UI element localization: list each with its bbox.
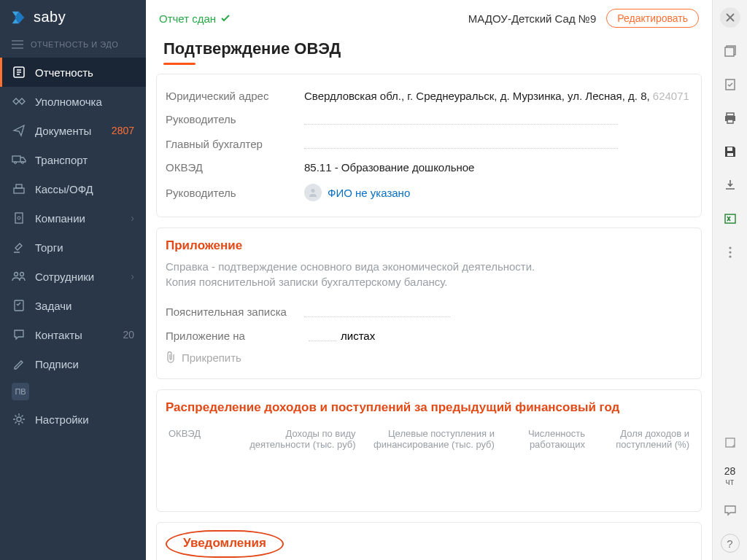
card-notifications: Уведомления W уведомление31.docx ✪ bbox=[156, 522, 702, 561]
checklist-icon bbox=[12, 298, 26, 313]
nav-item-companies[interactable]: Компании › bbox=[0, 203, 146, 233]
annotation-circle: Уведомления bbox=[166, 530, 284, 558]
close-button[interactable] bbox=[720, 7, 740, 28]
cashregister-icon bbox=[12, 182, 26, 196]
svg-point-3 bbox=[22, 162, 24, 164]
content-scroll[interactable]: Юридический адрес Свердловская обл., г. … bbox=[146, 74, 712, 560]
distribution-title: Распределение доходов и поступлений за п… bbox=[166, 400, 692, 415]
nav-item-transport[interactable]: Транспорт bbox=[0, 145, 146, 174]
file-row[interactable]: W уведомление31.docx ✪ bbox=[166, 558, 692, 561]
topbar: Отчет сдан МАДОУ-Детский Сад №9 Редактир… bbox=[146, 0, 712, 36]
truck-icon bbox=[12, 152, 26, 167]
nav-item-reports[interactable]: Отчетность bbox=[0, 58, 146, 87]
label-okved: ОКВЭД bbox=[166, 161, 304, 174]
logo-icon bbox=[10, 9, 26, 26]
help-button[interactable]: ? bbox=[721, 534, 740, 553]
input-sheets[interactable] bbox=[309, 330, 336, 341]
svg-rect-4 bbox=[14, 188, 24, 193]
svg-rect-6 bbox=[15, 213, 23, 223]
svg-point-8 bbox=[15, 273, 18, 276]
nav-item-cash[interactable]: Кассы/ОФД bbox=[0, 174, 146, 203]
window-icon[interactable] bbox=[720, 41, 740, 61]
gavel-icon bbox=[12, 240, 26, 254]
user-avatar[interactable]: ПВ bbox=[12, 383, 29, 400]
building-icon bbox=[12, 211, 26, 225]
handshake-icon bbox=[12, 94, 26, 109]
appendix-title: Приложение bbox=[166, 238, 692, 253]
svg-rect-19 bbox=[727, 113, 734, 116]
svg-rect-1 bbox=[12, 156, 20, 162]
svg-point-11 bbox=[17, 417, 21, 421]
attach-button[interactable]: Прикрепить bbox=[166, 347, 692, 368]
nav-item-authorization[interactable]: Уполномочка bbox=[0, 87, 146, 116]
nav-item-contacts[interactable]: Контакты 20 bbox=[0, 320, 146, 349]
svg-point-7 bbox=[18, 217, 20, 219]
label-head: Руководитель bbox=[166, 113, 304, 125]
value-accountant[interactable] bbox=[304, 137, 618, 152]
title-underline bbox=[163, 63, 196, 65]
section-label: ОТЧЕТНОСТЬ И ЭДО bbox=[0, 34, 146, 58]
excel-icon[interactable] bbox=[720, 209, 740, 229]
status-sent: Отчет сдан bbox=[159, 12, 231, 25]
logo-text: saby bbox=[34, 9, 66, 26]
svg-point-27 bbox=[729, 255, 731, 257]
note-icon[interactable] bbox=[720, 432, 740, 453]
nav: Отчетность Уполномочка Документы 2807 Тр… bbox=[0, 58, 146, 434]
chat-icon bbox=[12, 327, 26, 342]
svg-point-12 bbox=[311, 189, 315, 192]
label-sheets: Приложение на bbox=[166, 330, 304, 342]
label-address: Юридический адрес bbox=[166, 90, 304, 102]
value-note[interactable] bbox=[304, 305, 450, 319]
export-icon[interactable] bbox=[720, 175, 740, 195]
check-doc-icon[interactable] bbox=[720, 74, 740, 95]
svg-point-25 bbox=[729, 246, 731, 249]
value-head2[interactable]: ФИО не указано bbox=[304, 184, 410, 201]
gear-icon bbox=[12, 412, 26, 427]
main: Отчет сдан МАДОУ-Детский Сад №9 Редактир… bbox=[146, 0, 712, 560]
nav-item-settings[interactable]: Настройки bbox=[0, 405, 146, 434]
card-distribution: Распределение доходов и поступлений за п… bbox=[156, 389, 702, 512]
nav-item-signatures[interactable]: Подписи bbox=[0, 349, 146, 378]
chat-bubble-icon[interactable] bbox=[720, 500, 740, 521]
pen-icon bbox=[12, 357, 26, 371]
rail-date[interactable]: 28 чт bbox=[724, 466, 736, 487]
check-icon bbox=[220, 13, 231, 23]
print-icon[interactable] bbox=[720, 108, 740, 128]
value-address: Свердловская обл., г. Среднеуральск, д. … bbox=[304, 90, 689, 102]
svg-rect-22 bbox=[727, 147, 732, 151]
chevron-right-icon: › bbox=[131, 271, 134, 282]
svg-rect-17 bbox=[725, 47, 734, 56]
edit-button[interactable]: Редактировать bbox=[606, 9, 699, 28]
menu-icon[interactable] bbox=[12, 40, 23, 49]
send-icon bbox=[12, 123, 26, 138]
people-icon bbox=[12, 269, 26, 284]
card-appendix: Приложение Справка - подтверждение основ… bbox=[156, 228, 702, 379]
logo[interactable]: saby bbox=[0, 0, 146, 34]
more-vert-icon[interactable] bbox=[720, 242, 740, 262]
svg-rect-24 bbox=[725, 214, 735, 223]
sidebar: saby ОТЧЕТНОСТЬ И ЭДО Отчетность Уполном… bbox=[0, 0, 146, 560]
nav-item-employees[interactable]: Сотрудники › bbox=[0, 262, 146, 291]
notifications-title: Уведомления bbox=[183, 536, 266, 550]
value-head[interactable] bbox=[304, 112, 618, 127]
svg-rect-23 bbox=[727, 153, 733, 156]
nav-item-tasks[interactable]: Задачи bbox=[0, 291, 146, 320]
svg-point-9 bbox=[20, 273, 24, 276]
svg-point-26 bbox=[729, 251, 731, 253]
label-accountant: Главный бухгалтер bbox=[166, 138, 304, 150]
label-note: Пояснительная записка bbox=[166, 306, 304, 318]
value-okved: 85.11 - Образование дошкольное bbox=[304, 161, 474, 174]
report-icon bbox=[12, 65, 26, 79]
card-details: Юридический адрес Свердловская обл., г. … bbox=[156, 74, 702, 217]
nav-item-tenders[interactable]: Торги bbox=[0, 233, 146, 262]
svg-rect-10 bbox=[15, 300, 23, 311]
paperclip-icon bbox=[166, 351, 176, 363]
label-head2: Руководитель bbox=[166, 187, 304, 199]
org-name: МАДОУ-Детский Сад №9 bbox=[468, 12, 596, 25]
nav-item-documents[interactable]: Документы 2807 bbox=[0, 116, 146, 145]
disk-icon[interactable] bbox=[720, 141, 740, 162]
svg-rect-21 bbox=[727, 120, 733, 123]
page-title: Подтверждение ОВЭД bbox=[146, 36, 712, 63]
svg-rect-5 bbox=[16, 184, 22, 188]
table-header: ОКВЭД Доходы по виду деятельности (тыс. … bbox=[166, 421, 692, 457]
